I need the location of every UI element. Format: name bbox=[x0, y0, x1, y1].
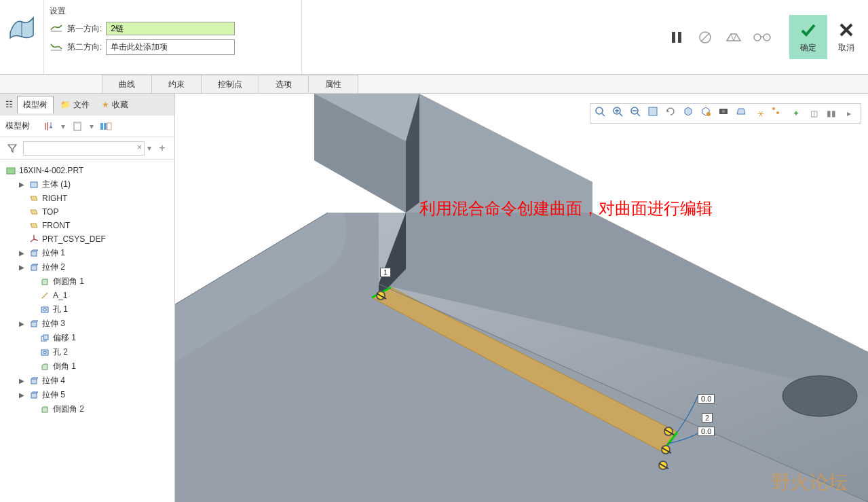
dim-label-3[interactable]: 2 bbox=[702, 413, 713, 423]
tree-root[interactable]: 16XIN-4-002.PRT bbox=[3, 164, 172, 177]
filter-clear-icon[interactable]: × bbox=[137, 143, 142, 152]
tab-curves[interactable]: 曲线 bbox=[102, 75, 152, 93]
tree-item-label: 拉伸 3 bbox=[42, 318, 65, 329]
tree-item[interactable]: 孔 2 bbox=[3, 345, 172, 359]
tab-control-points[interactable]: 控制点 bbox=[201, 75, 259, 93]
handle-2[interactable] bbox=[664, 427, 673, 436]
tree-item[interactable]: 倒圆角 2 bbox=[3, 402, 172, 416]
sidebar: ☷ 模型树 📁文件 ★收藏 模型树 ▾ ▾ × ▾ + 16XIN-4-00 bbox=[0, 94, 175, 502]
tree-item[interactable]: PRT_CSYS_DEF bbox=[3, 232, 172, 246]
tools-icon[interactable] bbox=[41, 118, 57, 135]
view-toolbar: ⚹ ✦ ◫ ▮▮ ▸ bbox=[590, 103, 861, 124]
tree-item[interactable]: ▶拉伸 4 bbox=[3, 374, 172, 388]
dir1-label: 第一方向: bbox=[67, 23, 102, 35]
tree-item-label: 倒圆角 2 bbox=[53, 404, 84, 415]
filter-input[interactable] bbox=[23, 141, 145, 156]
filter-icon[interactable] bbox=[4, 140, 20, 156]
x-icon bbox=[837, 20, 856, 39]
feature-icon bbox=[29, 248, 39, 259]
preview-icon[interactable] bbox=[723, 26, 744, 48]
caret-icon: ▶ bbox=[19, 249, 26, 257]
glasses-icon[interactable] bbox=[751, 26, 773, 48]
caret-icon: ▶ bbox=[19, 264, 26, 271]
svg-point-39 bbox=[706, 112, 711, 116]
clipboard-icon[interactable] bbox=[69, 118, 86, 135]
tree-item-label: RIGHT bbox=[42, 194, 67, 203]
svg-rect-12 bbox=[31, 182, 37, 187]
tree-item[interactable]: FRONT bbox=[3, 219, 172, 232]
svg-line-37 bbox=[637, 113, 640, 116]
filter-row: × ▾ + bbox=[0, 137, 174, 160]
pause-button[interactable] bbox=[666, 26, 687, 48]
tree-item[interactable]: ▶拉伸 1 bbox=[3, 246, 172, 260]
perspective-icon[interactable] bbox=[736, 106, 751, 121]
svg-point-5 bbox=[763, 34, 770, 41]
boundary-blend-icon[interactable] bbox=[5, 3, 38, 52]
tree-item[interactable]: 倒圆角 1 bbox=[3, 274, 172, 289]
extra-icon[interactable]: ▸ bbox=[842, 106, 856, 121]
dim-label-4[interactable]: 0.0 bbox=[698, 427, 715, 436]
dashboard-tabs: 曲线 约束 控制点 选项 属性 bbox=[0, 75, 868, 94]
star-icon: ★ bbox=[102, 100, 109, 109]
tree-item-label: 孔 1 bbox=[53, 304, 68, 315]
cancel-button[interactable]: 取消 bbox=[827, 15, 865, 59]
handle-1[interactable] bbox=[376, 291, 385, 300]
viewport[interactable]: 利用混合命令创建曲面，对曲面进行编辑 ⚹ ✦ ◫ ▮▮ ▸ 1 0.0 2 0.… bbox=[175, 94, 868, 502]
add-icon[interactable]: + bbox=[154, 140, 170, 156]
tree-item[interactable]: A_1 bbox=[3, 289, 172, 302]
tree-item[interactable]: ▶主体 (1) bbox=[3, 177, 172, 192]
zoom-fit-icon[interactable] bbox=[595, 106, 609, 121]
tree-item[interactable]: TOP bbox=[3, 205, 172, 219]
zoom-in-icon[interactable] bbox=[612, 106, 627, 121]
tree-item[interactable]: 倒角 1 bbox=[3, 359, 172, 374]
saved-views-icon[interactable] bbox=[700, 106, 715, 121]
datum-csys-icon[interactable]: ✦ bbox=[789, 106, 804, 121]
tab-model-tree[interactable]: 模型树 bbox=[17, 96, 54, 113]
tab-favorites[interactable]: ★收藏 bbox=[96, 96, 134, 113]
tab-properties[interactable]: 属性 bbox=[308, 75, 358, 93]
dir1-input[interactable] bbox=[106, 22, 235, 35]
svg-point-41 bbox=[722, 110, 725, 113]
handle-4[interactable] bbox=[658, 461, 668, 470]
tree-item[interactable]: ▶拉伸 2 bbox=[3, 260, 172, 274]
tree-item[interactable]: ▶拉伸 3 bbox=[3, 317, 172, 331]
tree-item[interactable]: ▶拉伸 5 bbox=[3, 388, 172, 402]
annotations-icon[interactable]: ▮▮ bbox=[824, 106, 839, 121]
handle-3[interactable] bbox=[661, 445, 671, 454]
datum-plane-icon[interactable]: ◫ bbox=[806, 106, 821, 121]
svg-rect-13 bbox=[31, 251, 37, 256]
settings-icon[interactable] bbox=[98, 118, 114, 135]
tab-constraints[interactable]: 约束 bbox=[151, 75, 202, 93]
ok-button[interactable]: 确定 bbox=[789, 15, 827, 59]
tree-item-label: PRT_CSYS_DEF bbox=[42, 234, 106, 244]
svg-line-15 bbox=[42, 293, 48, 298]
tree-item-label: 倒圆角 1 bbox=[53, 276, 84, 287]
tab-options[interactable]: 选项 bbox=[259, 75, 309, 93]
tree-mode-icon[interactable]: ☷ bbox=[3, 100, 16, 109]
no-preview-icon[interactable] bbox=[694, 26, 716, 48]
tab-files[interactable]: 📁文件 bbox=[55, 96, 95, 113]
feature-icon bbox=[29, 319, 39, 329]
tree-item[interactable]: 孔 1 bbox=[3, 302, 172, 317]
display-style-icon[interactable] bbox=[683, 106, 698, 121]
feature-icon bbox=[39, 361, 50, 372]
svg-rect-18 bbox=[31, 322, 37, 327]
feature-icon bbox=[29, 220, 39, 231]
svg-rect-10 bbox=[107, 123, 111, 130]
tree-item[interactable]: 偏移 1 bbox=[3, 331, 172, 345]
svg-point-22 bbox=[43, 351, 47, 353]
datum-point-icon[interactable] bbox=[771, 106, 786, 121]
svg-rect-11 bbox=[7, 168, 15, 174]
datum-axis-icon[interactable]: ⚹ bbox=[753, 106, 768, 121]
svg-rect-20 bbox=[43, 335, 48, 340]
svg-rect-1 bbox=[678, 32, 681, 43]
dir2-input[interactable]: 单击此处添加项 bbox=[106, 39, 235, 55]
confirm-group: 确定 取消 bbox=[787, 0, 868, 74]
tree-item[interactable]: RIGHT bbox=[3, 192, 172, 205]
repaint-icon[interactable] bbox=[647, 106, 662, 121]
dim-label-1[interactable]: 1 bbox=[380, 268, 391, 277]
camera-icon[interactable] bbox=[718, 106, 733, 121]
spin-icon[interactable] bbox=[665, 106, 680, 121]
dim-label-2[interactable]: 0.0 bbox=[698, 394, 715, 404]
zoom-out-icon[interactable] bbox=[630, 106, 645, 121]
